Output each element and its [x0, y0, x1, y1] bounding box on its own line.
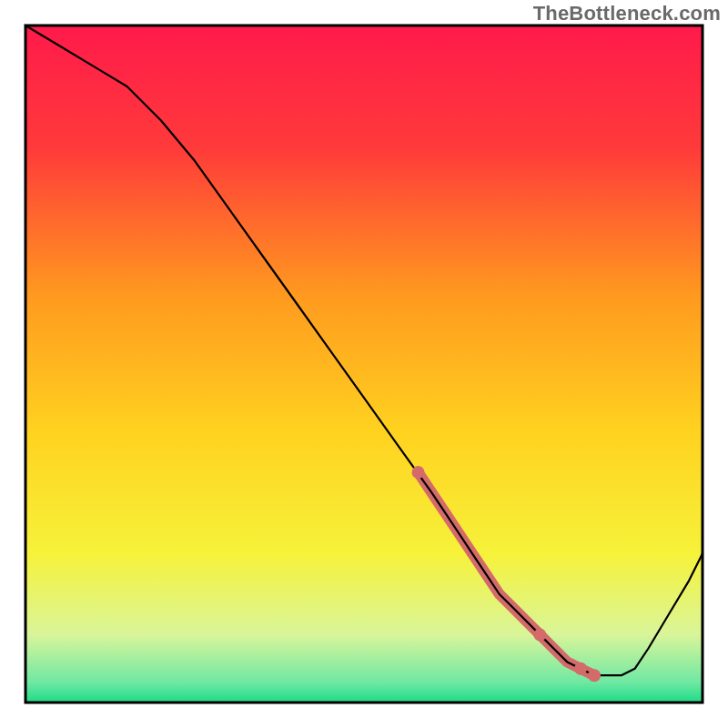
chart-svg [0, 0, 728, 728]
highlight-dot [412, 466, 425, 479]
plot-background [25, 25, 703, 703]
highlight-dot [533, 629, 546, 642]
highlight-dot [574, 662, 587, 675]
bottleneck-chart: TheBottleneck.com [0, 0, 728, 728]
highlight-dot [588, 669, 601, 682]
watermark-label: TheBottleneck.com [533, 2, 721, 25]
